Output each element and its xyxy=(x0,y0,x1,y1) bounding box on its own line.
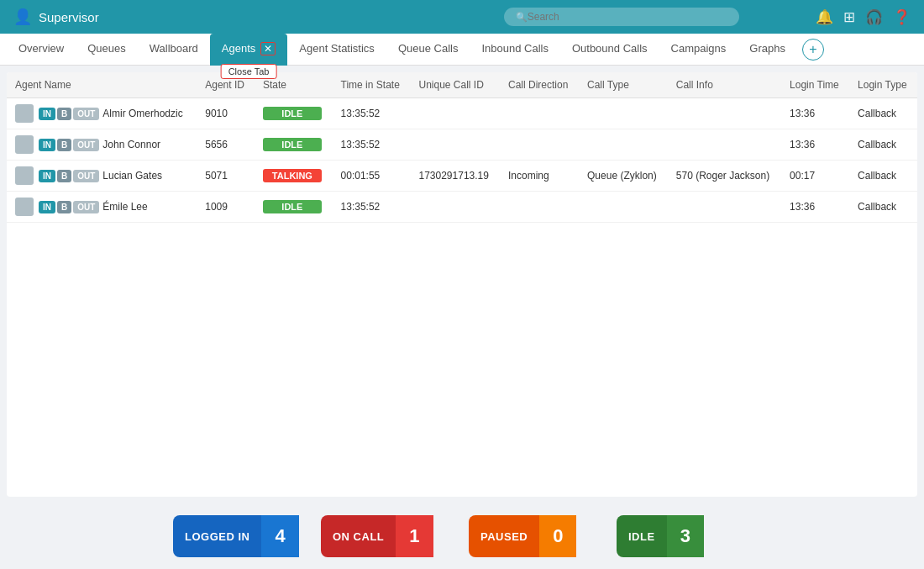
btn-b[interactable]: B xyxy=(57,108,71,120)
btn-in[interactable]: IN xyxy=(39,108,55,120)
app-title: Supervisor xyxy=(39,10,428,24)
headset-icon[interactable]: 🎧 xyxy=(865,8,883,26)
state-badge: IDLE xyxy=(263,200,322,213)
help-icon[interactable]: ❓ xyxy=(893,8,911,26)
agent-time-in-state: 13:35:52 xyxy=(333,192,411,223)
tab-agents-close-button[interactable]: ✕ xyxy=(260,42,276,55)
agent-id: 9010 xyxy=(197,98,255,129)
agent-login-type: Callback xyxy=(849,129,917,161)
agent-login-time: 13:36 xyxy=(781,129,849,161)
agent-avatar xyxy=(15,135,34,154)
btn-b[interactable]: B xyxy=(57,139,71,151)
agent-login-time: 00:17 xyxy=(781,161,849,192)
agent-unique-call-id: 1730291713.19 xyxy=(410,161,499,192)
col-login-type: Login Type xyxy=(849,72,917,98)
table-row: IN B OUT Lucian Gates 5071 TALKING 00:01… xyxy=(7,161,917,192)
agent-time-in-state: 13:35:52 xyxy=(333,98,411,129)
col-call-type: Call Type xyxy=(579,72,668,98)
tab-queues[interactable]: Queues xyxy=(76,34,138,66)
grid-icon[interactable]: ⊞ xyxy=(843,8,855,26)
btn-b[interactable]: B xyxy=(57,170,71,182)
btn-b[interactable]: B xyxy=(57,201,71,213)
tab-overview[interactable]: Overview xyxy=(7,34,76,66)
tab-agents[interactable]: Agents ✕ Close Tab xyxy=(210,34,287,66)
agent-call-direction: Incoming xyxy=(500,161,579,192)
state-badge: IDLE xyxy=(263,138,322,151)
btn-out[interactable]: OUT xyxy=(73,108,99,120)
agent-call-direction xyxy=(500,192,579,223)
table-row: IN B OUT Almir Omerhodzic 9010 IDLE 13:3… xyxy=(7,98,917,129)
action-buttons: IN B OUT xyxy=(39,170,99,182)
stat-logged-in: LOGGED IN 4 xyxy=(173,515,307,557)
tab-inbound-calls-label: Inbound Calls xyxy=(481,42,549,55)
agent-id: 1009 xyxy=(197,192,255,223)
btn-in[interactable]: IN xyxy=(39,139,55,151)
footer-stats: LOGGED IN 4 ON CALL 1 PAUSED 0 IDLE 3 xyxy=(0,503,924,569)
agent-name: Lucian Gates xyxy=(102,170,162,182)
header: 👤 Supervisor 🔔 ⊞ 🎧 ❓ xyxy=(0,0,924,34)
col-login-time: Login Time xyxy=(781,72,849,98)
state-badge: IDLE xyxy=(263,107,322,120)
tab-outbound-calls-label: Outbound Calls xyxy=(572,42,648,55)
agent-call-info xyxy=(668,98,781,129)
agent-state: IDLE xyxy=(255,129,333,161)
agent-login-type: Callback xyxy=(849,161,917,192)
table-row: IN B OUT Émile Lee 1009 IDLE 13:35:52 13… xyxy=(7,192,917,223)
tabs-bar: Overview Queues Wallboard Agents ✕ Close… xyxy=(0,34,924,66)
btn-in[interactable]: IN xyxy=(39,201,55,213)
col-unique-call-id: Unique Call ID xyxy=(410,72,499,98)
tab-campaigns[interactable]: Campaigns xyxy=(659,34,738,66)
tab-wallboard-label: Wallboard xyxy=(150,42,198,55)
tab-wallboard[interactable]: Wallboard xyxy=(138,34,210,66)
agent-time-in-state: 00:01:55 xyxy=(333,161,411,192)
col-call-info: Call Info xyxy=(668,72,781,98)
agent-call-info xyxy=(668,129,781,161)
tab-outbound-calls[interactable]: Outbound Calls xyxy=(560,34,659,66)
header-icons: 🔔 ⊞ 🎧 ❓ xyxy=(816,8,911,26)
agent-call-info: 570 (Roger Jackson) xyxy=(668,161,781,192)
search-input[interactable] xyxy=(504,8,739,26)
btn-in[interactable]: IN xyxy=(39,170,55,182)
table-row: IN B OUT John Connor 5656 IDLE 13:35:52 … xyxy=(7,129,917,161)
btn-out[interactable]: OUT xyxy=(73,201,99,213)
agent-login-time: 13:36 xyxy=(781,192,849,223)
btn-out[interactable]: OUT xyxy=(73,139,99,151)
col-time-in-state: Time in State xyxy=(333,72,411,98)
add-tab-button[interactable]: + xyxy=(802,39,824,61)
agent-call-direction xyxy=(500,98,579,129)
tab-agent-statistics[interactable]: Agent Statistics xyxy=(287,34,386,66)
col-agent-id: Agent ID xyxy=(197,72,255,98)
tab-inbound-calls[interactable]: Inbound Calls xyxy=(470,34,560,66)
action-buttons: IN B OUT xyxy=(39,139,99,151)
stat-on-call-value: 1 xyxy=(396,515,433,557)
agent-name: Émile Lee xyxy=(102,201,147,213)
tab-graphs[interactable]: Graphs xyxy=(738,34,797,66)
col-call-direction: Call Direction xyxy=(500,72,579,98)
agent-name-cell: IN B OUT Émile Lee xyxy=(7,192,197,223)
action-buttons: IN B OUT xyxy=(39,201,99,213)
tab-queue-calls[interactable]: Queue Calls xyxy=(386,34,470,66)
agent-unique-call-id xyxy=(410,98,499,129)
stat-paused-label: PAUSED xyxy=(469,515,539,557)
btn-out[interactable]: OUT xyxy=(73,170,99,182)
agent-table: Agent Name Agent ID State Time in State … xyxy=(7,72,917,223)
agent-call-type xyxy=(579,129,668,161)
agent-time-in-state: 13:35:52 xyxy=(333,129,411,161)
stat-idle-value: 3 xyxy=(667,515,704,557)
agent-id: 5656 xyxy=(197,129,255,161)
agent-avatar xyxy=(15,166,34,185)
state-badge: TALKING xyxy=(263,169,322,182)
stat-on-call: ON CALL 1 xyxy=(321,515,455,557)
stat-logged-in-value: 4 xyxy=(261,515,298,557)
agent-name: Almir Omerhodzic xyxy=(102,108,182,119)
search-wrapper xyxy=(428,8,816,26)
agent-login-type: Callback xyxy=(849,192,917,223)
notification-icon[interactable]: 🔔 xyxy=(816,8,833,26)
agent-unique-call-id xyxy=(410,192,499,223)
table-header-row: Agent Name Agent ID State Time in State … xyxy=(7,72,917,98)
agent-login-type: Callback xyxy=(849,98,917,129)
agent-call-type xyxy=(579,98,668,129)
agent-call-type xyxy=(579,192,668,223)
agent-name-cell: IN B OUT John Connor xyxy=(7,129,197,161)
tab-agent-statistics-label: Agent Statistics xyxy=(299,42,375,55)
